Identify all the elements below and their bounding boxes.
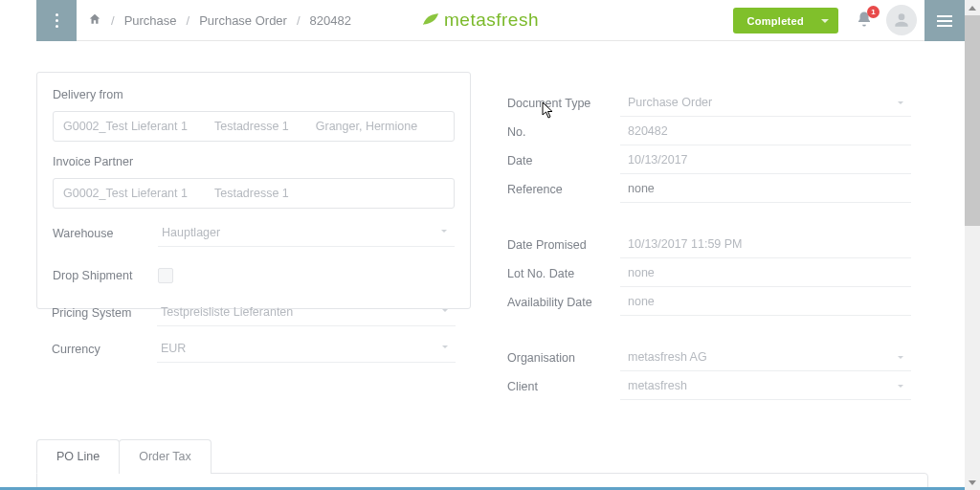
breadcrumb-sep: /: [111, 13, 115, 28]
invoice-partner-label: Invoice Partner: [53, 155, 455, 168]
warehouse-label: Warehouse: [53, 227, 158, 240]
scroll-up-button[interactable]: [965, 0, 980, 15]
no-label: No.: [507, 125, 620, 139]
availability-date-field[interactable]: none: [620, 289, 911, 316]
scroll-down-button[interactable]: [965, 475, 980, 490]
chevron-down-icon: [442, 309, 448, 312]
notification-badge: 1: [867, 6, 880, 18]
delivery-from-lookup[interactable]: G0002_Test Lieferant 1 Testadresse 1 Gra…: [53, 111, 455, 142]
doc-type-select[interactable]: Purchase Order: [620, 90, 911, 117]
hamburger-icon: [937, 15, 952, 27]
breadcrumb-item-purchase-order[interactable]: Purchase Order: [199, 13, 287, 28]
delivery-partner: G0002_Test Lieferant 1: [63, 120, 188, 133]
warehouse-select[interactable]: Hauptlager: [158, 220, 455, 247]
tab-list: PO Line Order Tax: [36, 439, 928, 474]
lot-no-date-label: Lot No. Date: [507, 267, 620, 280]
header-left-spacer: [0, 0, 36, 41]
more-icon: [56, 13, 58, 28]
leaf-icon: [421, 10, 440, 31]
doc-status-button[interactable]: Completed: [733, 8, 838, 33]
chevron-down-icon: [898, 385, 903, 388]
date-field[interactable]: 10/13/2017: [620, 147, 911, 174]
menu-toggle[interactable]: [36, 0, 77, 41]
document-details: Document Type Purchase Order No. 820482 …: [507, 89, 919, 401]
delivery-address: Testadresse 1: [214, 120, 289, 133]
currency-label: Currency: [52, 343, 157, 356]
logo[interactable]: metasfresh: [421, 10, 539, 31]
lot-no-date-value: none: [628, 266, 655, 279]
breadcrumb: / Purchase / Purchase Order / 820482: [88, 0, 351, 41]
content-area: Delivery from G0002_Test Lieferant 1 Tes…: [0, 41, 965, 490]
app-header: / Purchase / Purchase Order / 820482 met…: [0, 0, 965, 41]
pricing-system-label: Pricing System: [52, 306, 157, 320]
organisation-value: metasfresh AG: [628, 350, 707, 364]
date-value: 10/13/2017: [628, 153, 688, 167]
drop-shipment-checkbox[interactable]: [158, 268, 173, 283]
availability-date-label: Availability Date: [507, 296, 620, 309]
caret-down-icon: [821, 19, 829, 23]
date-label: Date: [507, 154, 620, 167]
logo-text: metasfresh: [444, 10, 539, 31]
currency-select[interactable]: EUR: [157, 336, 456, 363]
no-value: 820482: [628, 124, 668, 138]
side-panel-toggle[interactable]: [924, 0, 965, 41]
doc-status-label: Completed: [746, 15, 804, 27]
delivery-card: Delivery from G0002_Test Lieferant 1 Tes…: [36, 72, 471, 309]
detail-tabs: PO Line Order Tax: [36, 439, 928, 490]
no-field[interactable]: 820482: [620, 119, 911, 145]
doc-type-value: Purchase Order: [628, 96, 712, 109]
date-promised-label: Date Promised: [507, 238, 620, 252]
lot-no-date-field[interactable]: none: [620, 260, 911, 287]
invoice-address: Testadresse 1: [214, 187, 289, 200]
breadcrumb-item-purchase[interactable]: Purchase: [124, 13, 177, 28]
client-label: Client: [507, 380, 620, 393]
date-promised-value: 10/13/2017 11:59 PM: [628, 237, 743, 251]
chevron-down-icon: [898, 101, 903, 104]
reference-field[interactable]: none: [620, 176, 911, 203]
pricing-block: Pricing System Testpreisliste Lieferante…: [36, 298, 471, 370]
date-promised-field[interactable]: 10/13/2017 11:59 PM: [620, 232, 911, 258]
client-select[interactable]: metasfresh: [620, 373, 911, 400]
organisation-select[interactable]: metasfresh AG: [620, 345, 911, 371]
home-icon[interactable]: [88, 12, 101, 29]
tab-order-tax[interactable]: Order Tax: [119, 439, 212, 474]
availability-date-value: none: [628, 295, 655, 308]
avatar[interactable]: [886, 5, 917, 35]
breadcrumb-item-docno: 820482: [310, 13, 351, 28]
chevron-down-icon: [898, 356, 903, 359]
scroll-thumb[interactable]: [965, 15, 980, 226]
chevron-down-icon: [441, 230, 447, 233]
currency-value: EUR: [161, 342, 186, 355]
vertical-scrollbar[interactable]: [965, 0, 980, 490]
breadcrumb-sep: /: [187, 13, 190, 28]
warehouse-value: Hauptlager: [162, 226, 220, 239]
chevron-down-icon: [442, 345, 448, 348]
organisation-label: Organisation: [507, 351, 620, 365]
invoice-partner: G0002_Test Lieferant 1: [63, 187, 188, 200]
delivery-contact: Granger, Hermione: [316, 120, 417, 133]
delivery-from-label: Delivery from: [53, 88, 455, 101]
doc-type-label: Document Type: [507, 97, 620, 110]
reference-value: none: [628, 182, 655, 195]
client-value: metasfresh: [628, 379, 687, 392]
notifications-button[interactable]: 1: [856, 11, 877, 32]
invoice-partner-lookup[interactable]: G0002_Test Lieferant 1 Testadresse 1: [53, 178, 455, 209]
tab-po-line[interactable]: PO Line: [36, 439, 120, 474]
pricing-system-value: Testpreisliste Lieferanten: [161, 305, 293, 319]
drop-shipment-label: Drop Shipment: [53, 269, 158, 282]
breadcrumb-sep: /: [297, 13, 301, 28]
pricing-system-select[interactable]: Testpreisliste Lieferanten: [157, 300, 456, 326]
reference-label: Reference: [507, 183, 620, 196]
